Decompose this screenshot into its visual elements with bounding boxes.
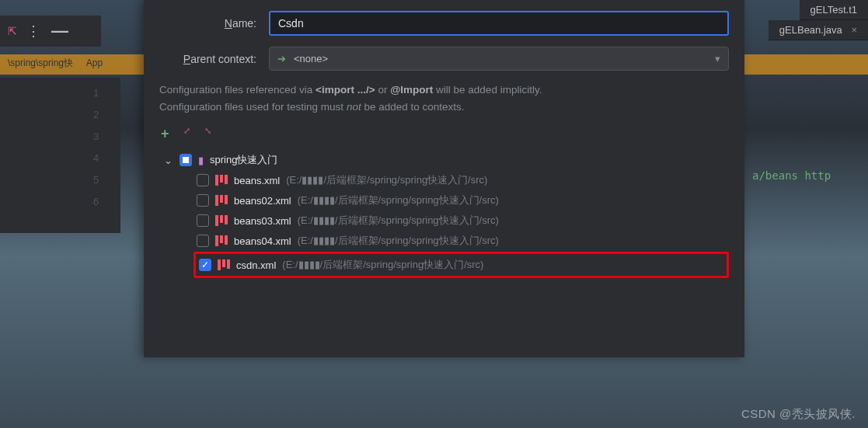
- editor-tab-2[interactable]: gELBean.java ×: [769, 20, 868, 40]
- tree-file[interactable]: beans03.xml (E:/▮▮▮▮/后端框架/spring/spring快…: [159, 211, 729, 231]
- chevron-down-icon[interactable]: ⌄: [164, 155, 173, 166]
- file-name: beans03.xml: [234, 215, 291, 227]
- checkbox-checked[interactable]: ✓: [199, 259, 211, 271]
- file-path: (E:/▮▮▮▮/后端框架/spring/spring快速入门/src): [298, 234, 499, 248]
- highlight-annotation: ✓ csdn.xml (E:/▮▮▮▮/后端框架/spring/spring快速…: [193, 252, 729, 278]
- expand-icon[interactable]: ⤢: [183, 126, 190, 142]
- arrow-right-icon: ➔: [277, 53, 286, 64]
- tree-toolbar: + ⤢ ⤡: [159, 123, 729, 145]
- file-name: csdn.xml: [236, 259, 276, 271]
- tree-file[interactable]: beans02.xml (E:/▮▮▮▮/后端框架/spring/spring快…: [159, 190, 729, 211]
- xml-config-icon: [218, 259, 230, 270]
- checkbox[interactable]: [197, 174, 209, 186]
- code-fragment: a/beans http: [752, 169, 831, 182]
- file-path: (E:/▮▮▮▮/后端框架/spring/spring快速入门/src): [298, 193, 499, 207]
- tree-file[interactable]: beans04.xml (E:/▮▮▮▮/后端框架/spring/spring快…: [159, 231, 729, 251]
- checkbox-partial[interactable]: [180, 154, 192, 166]
- context-config-dialog: Name: Parent context: ➔ <none> ▾ Configu…: [144, 0, 744, 357]
- breadcrumb-path: \spring\spring快: [8, 57, 73, 68]
- line-number: 2: [93, 109, 99, 120]
- line-number: 4: [93, 152, 99, 164]
- collapse-tree-icon[interactable]: ⤡: [204, 126, 211, 142]
- tree-file[interactable]: beans.xml (E:/▮▮▮▮/后端框架/spring/spring快速入…: [159, 170, 729, 190]
- hint-text: Configuration files referenced via <impo…: [159, 82, 729, 115]
- file-path: (E:/▮▮▮▮/后端框架/spring/spring快速入门/src): [286, 173, 487, 187]
- parent-label: Parent context:: [159, 53, 256, 65]
- file-path: (E:/▮▮▮▮/后端框架/spring/spring快速入门/src): [298, 214, 499, 228]
- tree-file-selected[interactable]: ✓ csdn.xml (E:/▮▮▮▮/后端框架/spring/spring快速…: [199, 255, 723, 275]
- checkbox[interactable]: [197, 194, 209, 207]
- parent-row: Parent context: ➔ <none> ▾: [159, 47, 729, 71]
- xml-config-icon: [215, 215, 228, 226]
- xml-config-icon: [215, 235, 228, 246]
- more-icon[interactable]: ⋮: [26, 23, 42, 40]
- add-icon[interactable]: +: [161, 126, 169, 142]
- file-name: beans.xml: [234, 175, 280, 186]
- file-name: beans04.xml: [234, 235, 291, 247]
- collapse-icon[interactable]: ⇱: [8, 25, 17, 37]
- root-label: spring快速入门: [210, 153, 277, 167]
- line-number: 6: [93, 196, 99, 207]
- minimize-icon[interactable]: —: [51, 21, 68, 41]
- xml-config-icon: [215, 175, 228, 186]
- checkbox[interactable]: [197, 235, 209, 247]
- checkbox[interactable]: [197, 214, 209, 227]
- file-path: (E:/▮▮▮▮/后端框架/spring/spring快速入门/src): [282, 258, 483, 272]
- xml-config-icon: [215, 195, 228, 206]
- line-number: 1: [93, 87, 99, 99]
- watermark: CSDN @秃头披风侠.: [741, 407, 856, 422]
- tab-label: gELTest.t1: [810, 4, 857, 16]
- gutter: [0, 78, 120, 233]
- window-toolbar: ⇱ ⋮ —: [0, 16, 101, 47]
- parent-value: <none>: [294, 53, 328, 64]
- breadcrumb-app: App: [86, 57, 103, 68]
- close-icon[interactable]: ×: [851, 24, 857, 36]
- line-number: 3: [93, 130, 99, 142]
- folder-icon: ▮: [198, 155, 204, 166]
- name-row: Name:: [159, 11, 729, 36]
- file-tree: ⌄ ▮ spring快速入门 beans.xml (E:/▮▮▮▮/后端框架/s…: [159, 150, 729, 278]
- chevron-down-icon: ▾: [715, 53, 720, 64]
- parent-context-select[interactable]: ➔ <none> ▾: [269, 47, 729, 71]
- editor-tab-1[interactable]: gELTest.t1: [800, 0, 868, 20]
- name-label: Name:: [159, 17, 256, 30]
- line-number: 5: [93, 174, 99, 186]
- tree-root[interactable]: ⌄ ▮ spring快速入门: [159, 150, 729, 170]
- tab-label: gELBean.java: [779, 24, 842, 36]
- file-name: beans02.xml: [234, 195, 291, 207]
- name-input[interactable]: [269, 11, 729, 36]
